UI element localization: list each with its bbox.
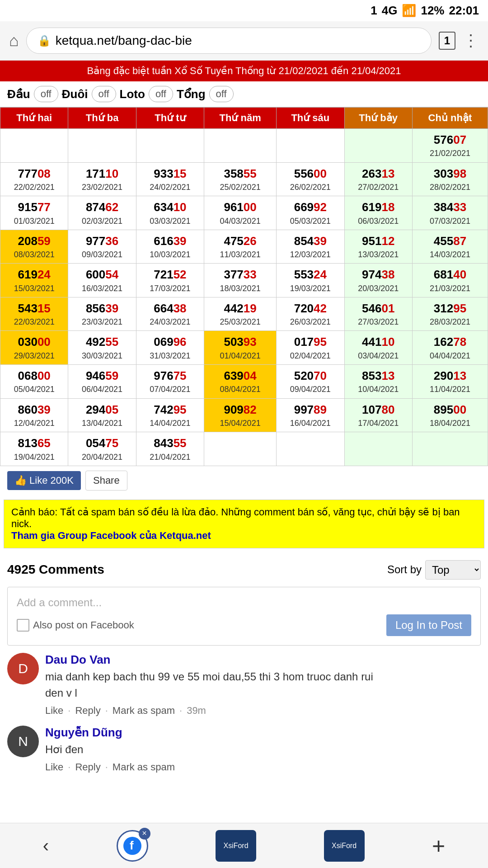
filter-toggle-tong[interactable]: off [209,86,234,102]
comment-actions: Like · Reply · Mark as spam [45,761,481,773]
like-button[interactable]: 👍 Like 200K [7,471,81,490]
filter-toggle-loto[interactable]: off [149,86,173,102]
share-button[interactable]: Share [85,471,127,491]
home-icon[interactable]: ⌂ [9,31,19,50]
comments-header: 4925 Comments Sort by Top Newest [7,560,481,580]
sort-select[interactable]: Top Newest [425,560,481,580]
table-cell: 7215217/03/2021 [136,264,204,297]
login-to-post-button[interactable]: Log In to Post [386,614,471,636]
tab-count[interactable]: 1 [439,32,455,50]
col-header-thu5: Thứ năm [204,108,277,129]
table-cell: 6191806/03/2021 [344,196,412,230]
table-cell: 6192415/03/2021 [0,264,68,297]
table-cell: 9743820/03/2021 [344,264,412,297]
col-header-chunhat: Chủ nhật [412,108,488,129]
browser-menu[interactable]: ⋮ [463,31,479,50]
table-cell: 8435521/04/2021 [136,432,204,466]
table-cell: 0680005/04/2021 [0,365,68,399]
table-cell: 2901311/04/2021 [412,365,488,399]
comment-input-box[interactable]: Add a comment... Also post on Facebook L… [7,587,481,646]
tab-indicator: 1 [371,4,377,18]
signal-icon: 📶 [402,4,416,18]
reply-action[interactable]: Reply [75,761,100,773]
network-icon: 4G [382,4,398,18]
table-cell: 8746202/03/2021 [68,196,136,230]
table-cell [0,129,68,163]
filter-label-duoi: Đuôi [62,87,88,101]
table-cell: 4752611/03/2021 [204,230,277,264]
xsford-button-1[interactable]: XsiFord [216,830,256,839]
back-button[interactable]: ‹ [43,835,49,839]
col-header-thu7: Thứ bảy [344,108,412,129]
filter-toggle-duoi[interactable]: off [92,86,116,102]
xsford-button-2[interactable]: XsiFord [324,830,365,839]
table-cell: 6163910/03/2021 [136,230,204,264]
mark-spam-action[interactable]: Mark as spam [113,705,175,717]
filter-label-tong: Tổng [177,87,206,101]
table-cell [136,129,204,163]
comments-section: 4925 Comments Sort by Top Newest Add a c… [0,553,488,789]
table-cell: 9773609/03/2021 [68,230,136,264]
avatar: D [7,653,39,684]
comment-text: Hơi đen [45,741,481,758]
table-cell [204,432,277,466]
table-cell: 0300029/03/2021 [0,331,68,365]
like-action[interactable]: Like [45,705,63,717]
table-cell: 1627804/04/2021 [412,331,488,365]
app-icon-facebook[interactable]: f × [117,830,148,839]
sort-by: Sort by Top Newest [387,560,481,580]
table-cell: 4925530/03/2021 [68,331,136,365]
comment-item: N Nguyễn Dũng Hơi đen Like · Reply · Mar… [7,726,481,773]
table-cell [344,432,412,466]
table-cell [277,432,344,466]
table-cell: 9978916/04/2021 [277,398,344,432]
address-bar[interactable]: 🔒 ketqua.net/bang-dac-bie [26,28,432,54]
table-cell: 8603912/04/2021 [0,398,68,432]
col-header-thu6: Thứ sáu [277,108,344,129]
table-cell: 9465906/04/2021 [68,365,136,399]
reply-action[interactable]: Reply [75,705,100,717]
table-cell [277,129,344,163]
filter-label-dau: Đầu [7,87,30,101]
avatar: N [7,726,39,757]
table-cell: 1711023/02/2021 [68,162,136,196]
warning-link[interactable]: Tham gia Group Facebook của Ketqua.net [11,530,211,541]
comments-count: 4925 Comments [7,562,104,577]
filter-toggle-dau[interactable]: off [34,86,58,102]
table-cell: 5760721/02/2021 [412,129,488,163]
comment-body: Dau Do Van mia danh kep bach thu 99 ve 5… [45,653,481,717]
table-cell: 6814021/03/2021 [412,264,488,297]
also-post-checkbox[interactable] [17,619,29,632]
filter-label-loto: Loto [120,87,145,101]
header-banner: Bảng đặc biệt tuần Xổ Số Tuyền Thống từ … [0,61,488,81]
table-cell: 5560026/02/2021 [277,162,344,196]
close-icon[interactable]: × [139,828,150,839]
plus-button[interactable]: + [432,833,445,839]
page-content: Bảng đặc biệt tuần Xổ Số Tuyền Thống từ … [0,61,488,839]
commenter-name[interactable]: Nguyễn Dũng [45,726,481,740]
table-cell: 7429514/04/2021 [136,398,204,432]
table-cell: 5039301/04/2021 [204,331,277,365]
browser-chrome: ⌂ 🔒 ketqua.net/bang-dac-bie 1 ⋮ [0,21,488,61]
like-action[interactable]: Like [45,761,63,773]
warning-box: Cảnh báo: Tất cả spam bán số đều là lừa … [4,500,484,548]
comment-text: mia danh kep bach thu 99 ve 55 moi dau,5… [45,669,481,701]
table-cell: 8531310/04/2021 [344,365,412,399]
table-cell: 3585525/02/2021 [204,162,277,196]
table-cell [344,129,412,163]
table-cell: 3843307/03/2021 [412,196,488,230]
table-cell: 9331524/02/2021 [136,162,204,196]
table-cell: 8563923/03/2021 [68,297,136,331]
comment-item: D Dau Do Van mia danh kep bach thu 99 ve… [7,653,481,717]
table-cell: 6699205/03/2021 [277,196,344,230]
table-cell: 9098215/04/2021 [204,398,277,432]
table-cell: 4411003/04/2021 [344,331,412,365]
mark-spam-action[interactable]: Mark as spam [113,761,175,773]
comment-body: Nguyễn Dũng Hơi đen Like · Reply · Mark … [45,726,481,773]
table-cell: 2940513/04/2021 [68,398,136,432]
also-post: Also post on Facebook [17,619,134,632]
table-cell: 6643824/03/2021 [136,297,204,331]
commenter-name[interactable]: Dau Do Van [45,653,481,667]
table-cell: 2085908/03/2021 [0,230,68,264]
table-cell: 8950018/04/2021 [412,398,488,432]
